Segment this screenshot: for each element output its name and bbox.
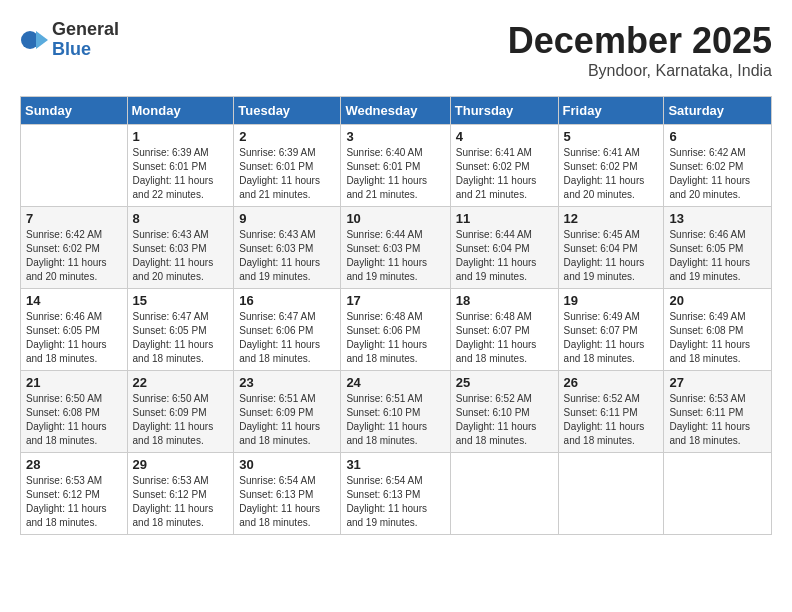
day-number: 3 bbox=[346, 129, 444, 144]
calendar-cell: 25Sunrise: 6:52 AM Sunset: 6:10 PM Dayli… bbox=[450, 371, 558, 453]
day-number: 9 bbox=[239, 211, 335, 226]
day-info: Sunrise: 6:42 AM Sunset: 6:02 PM Dayligh… bbox=[669, 146, 766, 202]
calendar-cell: 31Sunrise: 6:54 AM Sunset: 6:13 PM Dayli… bbox=[341, 453, 450, 535]
calendar-cell: 24Sunrise: 6:51 AM Sunset: 6:10 PM Dayli… bbox=[341, 371, 450, 453]
calendar-cell bbox=[664, 453, 772, 535]
day-number: 6 bbox=[669, 129, 766, 144]
day-number: 8 bbox=[133, 211, 229, 226]
day-info: Sunrise: 6:44 AM Sunset: 6:04 PM Dayligh… bbox=[456, 228, 553, 284]
day-number: 21 bbox=[26, 375, 122, 390]
day-info: Sunrise: 6:39 AM Sunset: 6:01 PM Dayligh… bbox=[239, 146, 335, 202]
calendar-cell: 10Sunrise: 6:44 AM Sunset: 6:03 PM Dayli… bbox=[341, 207, 450, 289]
day-number: 30 bbox=[239, 457, 335, 472]
day-info: Sunrise: 6:43 AM Sunset: 6:03 PM Dayligh… bbox=[239, 228, 335, 284]
day-number: 14 bbox=[26, 293, 122, 308]
calendar-table: SundayMondayTuesdayWednesdayThursdayFrid… bbox=[20, 96, 772, 535]
day-info: Sunrise: 6:49 AM Sunset: 6:07 PM Dayligh… bbox=[564, 310, 659, 366]
day-info: Sunrise: 6:50 AM Sunset: 6:09 PM Dayligh… bbox=[133, 392, 229, 448]
day-number: 15 bbox=[133, 293, 229, 308]
svg-marker-1 bbox=[36, 31, 48, 49]
day-info: Sunrise: 6:47 AM Sunset: 6:05 PM Dayligh… bbox=[133, 310, 229, 366]
day-of-week-friday: Friday bbox=[558, 97, 664, 125]
week-row-1: 1Sunrise: 6:39 AM Sunset: 6:01 PM Daylig… bbox=[21, 125, 772, 207]
calendar-cell: 28Sunrise: 6:53 AM Sunset: 6:12 PM Dayli… bbox=[21, 453, 128, 535]
calendar-cell: 13Sunrise: 6:46 AM Sunset: 6:05 PM Dayli… bbox=[664, 207, 772, 289]
day-info: Sunrise: 6:54 AM Sunset: 6:13 PM Dayligh… bbox=[239, 474, 335, 530]
calendar-cell: 9Sunrise: 6:43 AM Sunset: 6:03 PM Daylig… bbox=[234, 207, 341, 289]
day-number: 23 bbox=[239, 375, 335, 390]
day-info: Sunrise: 6:48 AM Sunset: 6:06 PM Dayligh… bbox=[346, 310, 444, 366]
day-info: Sunrise: 6:52 AM Sunset: 6:11 PM Dayligh… bbox=[564, 392, 659, 448]
page-header: General Blue December 2025 Byndoor, Karn… bbox=[20, 20, 772, 80]
calendar-body: 1Sunrise: 6:39 AM Sunset: 6:01 PM Daylig… bbox=[21, 125, 772, 535]
title-block: December 2025 Byndoor, Karnataka, India bbox=[508, 20, 772, 80]
day-info: Sunrise: 6:53 AM Sunset: 6:11 PM Dayligh… bbox=[669, 392, 766, 448]
day-info: Sunrise: 6:48 AM Sunset: 6:07 PM Dayligh… bbox=[456, 310, 553, 366]
calendar-cell: 20Sunrise: 6:49 AM Sunset: 6:08 PM Dayli… bbox=[664, 289, 772, 371]
calendar-cell: 27Sunrise: 6:53 AM Sunset: 6:11 PM Dayli… bbox=[664, 371, 772, 453]
day-info: Sunrise: 6:53 AM Sunset: 6:12 PM Dayligh… bbox=[26, 474, 122, 530]
day-info: Sunrise: 6:49 AM Sunset: 6:08 PM Dayligh… bbox=[669, 310, 766, 366]
day-info: Sunrise: 6:42 AM Sunset: 6:02 PM Dayligh… bbox=[26, 228, 122, 284]
calendar-cell: 22Sunrise: 6:50 AM Sunset: 6:09 PM Dayli… bbox=[127, 371, 234, 453]
day-number: 13 bbox=[669, 211, 766, 226]
week-row-5: 28Sunrise: 6:53 AM Sunset: 6:12 PM Dayli… bbox=[21, 453, 772, 535]
day-of-week-monday: Monday bbox=[127, 97, 234, 125]
calendar-cell: 8Sunrise: 6:43 AM Sunset: 6:03 PM Daylig… bbox=[127, 207, 234, 289]
calendar-cell: 17Sunrise: 6:48 AM Sunset: 6:06 PM Dayli… bbox=[341, 289, 450, 371]
logo-text: General Blue bbox=[52, 20, 119, 60]
calendar-cell: 18Sunrise: 6:48 AM Sunset: 6:07 PM Dayli… bbox=[450, 289, 558, 371]
day-of-week-wednesday: Wednesday bbox=[341, 97, 450, 125]
month-title: December 2025 bbox=[508, 20, 772, 62]
day-info: Sunrise: 6:46 AM Sunset: 6:05 PM Dayligh… bbox=[669, 228, 766, 284]
day-number: 10 bbox=[346, 211, 444, 226]
calendar-cell: 2Sunrise: 6:39 AM Sunset: 6:01 PM Daylig… bbox=[234, 125, 341, 207]
calendar-cell: 6Sunrise: 6:42 AM Sunset: 6:02 PM Daylig… bbox=[664, 125, 772, 207]
calendar-cell: 23Sunrise: 6:51 AM Sunset: 6:09 PM Dayli… bbox=[234, 371, 341, 453]
day-info: Sunrise: 6:41 AM Sunset: 6:02 PM Dayligh… bbox=[456, 146, 553, 202]
day-number: 22 bbox=[133, 375, 229, 390]
calendar-cell: 12Sunrise: 6:45 AM Sunset: 6:04 PM Dayli… bbox=[558, 207, 664, 289]
day-number: 5 bbox=[564, 129, 659, 144]
week-row-3: 14Sunrise: 6:46 AM Sunset: 6:05 PM Dayli… bbox=[21, 289, 772, 371]
calendar-cell: 7Sunrise: 6:42 AM Sunset: 6:02 PM Daylig… bbox=[21, 207, 128, 289]
day-info: Sunrise: 6:53 AM Sunset: 6:12 PM Dayligh… bbox=[133, 474, 229, 530]
day-info: Sunrise: 6:43 AM Sunset: 6:03 PM Dayligh… bbox=[133, 228, 229, 284]
day-number: 20 bbox=[669, 293, 766, 308]
day-info: Sunrise: 6:54 AM Sunset: 6:13 PM Dayligh… bbox=[346, 474, 444, 530]
day-number: 12 bbox=[564, 211, 659, 226]
calendar-cell bbox=[21, 125, 128, 207]
calendar-cell: 19Sunrise: 6:49 AM Sunset: 6:07 PM Dayli… bbox=[558, 289, 664, 371]
day-info: Sunrise: 6:40 AM Sunset: 6:01 PM Dayligh… bbox=[346, 146, 444, 202]
day-info: Sunrise: 6:51 AM Sunset: 6:09 PM Dayligh… bbox=[239, 392, 335, 448]
day-of-week-thursday: Thursday bbox=[450, 97, 558, 125]
calendar-cell: 16Sunrise: 6:47 AM Sunset: 6:06 PM Dayli… bbox=[234, 289, 341, 371]
day-number: 26 bbox=[564, 375, 659, 390]
day-number: 31 bbox=[346, 457, 444, 472]
day-info: Sunrise: 6:41 AM Sunset: 6:02 PM Dayligh… bbox=[564, 146, 659, 202]
day-number: 1 bbox=[133, 129, 229, 144]
day-info: Sunrise: 6:51 AM Sunset: 6:10 PM Dayligh… bbox=[346, 392, 444, 448]
day-info: Sunrise: 6:50 AM Sunset: 6:08 PM Dayligh… bbox=[26, 392, 122, 448]
day-number: 17 bbox=[346, 293, 444, 308]
calendar-cell: 15Sunrise: 6:47 AM Sunset: 6:05 PM Dayli… bbox=[127, 289, 234, 371]
week-row-4: 21Sunrise: 6:50 AM Sunset: 6:08 PM Dayli… bbox=[21, 371, 772, 453]
calendar-cell: 21Sunrise: 6:50 AM Sunset: 6:08 PM Dayli… bbox=[21, 371, 128, 453]
calendar-cell: 30Sunrise: 6:54 AM Sunset: 6:13 PM Dayli… bbox=[234, 453, 341, 535]
day-number: 11 bbox=[456, 211, 553, 226]
day-info: Sunrise: 6:45 AM Sunset: 6:04 PM Dayligh… bbox=[564, 228, 659, 284]
calendar-cell: 3Sunrise: 6:40 AM Sunset: 6:01 PM Daylig… bbox=[341, 125, 450, 207]
day-number: 18 bbox=[456, 293, 553, 308]
calendar-cell bbox=[450, 453, 558, 535]
calendar-cell: 1Sunrise: 6:39 AM Sunset: 6:01 PM Daylig… bbox=[127, 125, 234, 207]
day-number: 27 bbox=[669, 375, 766, 390]
logo-icon bbox=[20, 26, 48, 54]
day-number: 25 bbox=[456, 375, 553, 390]
logo-blue: Blue bbox=[52, 40, 119, 60]
calendar-cell bbox=[558, 453, 664, 535]
day-info: Sunrise: 6:39 AM Sunset: 6:01 PM Dayligh… bbox=[133, 146, 229, 202]
calendar-cell: 11Sunrise: 6:44 AM Sunset: 6:04 PM Dayli… bbox=[450, 207, 558, 289]
day-number: 24 bbox=[346, 375, 444, 390]
logo-general: General bbox=[52, 20, 119, 40]
location: Byndoor, Karnataka, India bbox=[508, 62, 772, 80]
